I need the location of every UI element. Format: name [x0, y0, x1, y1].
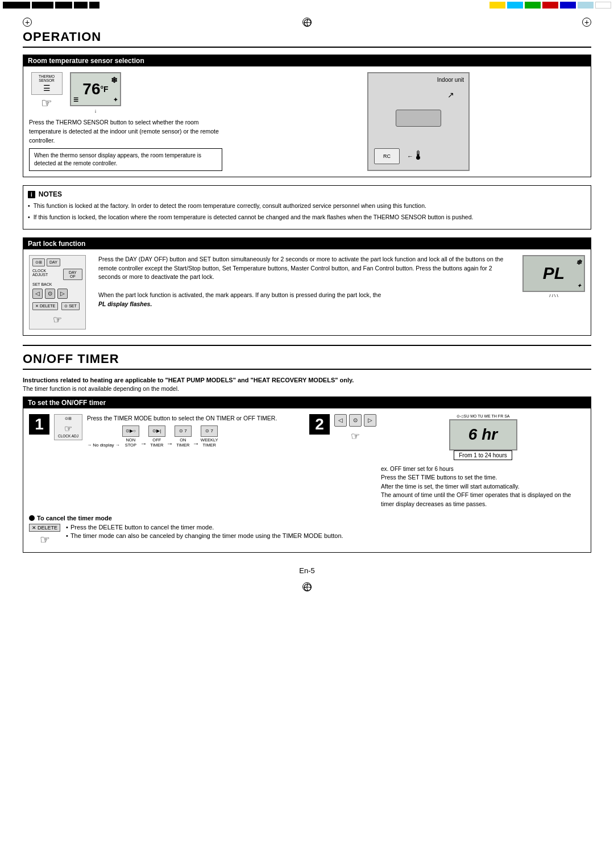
reg-mark-right	[582, 18, 591, 27]
note-bullet-2: •	[28, 213, 30, 222]
remote-icon: ☰	[43, 84, 51, 93]
seq-text-non: NONSTOP	[125, 437, 136, 448]
delete-x-icon-2: ✕	[32, 525, 36, 531]
cancel-hand-icon: ☞	[40, 533, 50, 546]
step-2-box: 2 ◁ ⊙ ▷ ☞	[309, 414, 585, 509]
indoor-unit-box	[396, 110, 441, 127]
delete-x-icon: ✕	[35, 304, 39, 308]
color-block-red	[542, 2, 558, 9]
rc-btn-circle: ⊙⊞	[32, 258, 45, 266]
black-color-blocks	[0, 0, 307, 10]
operation-title: OPERATION	[23, 30, 591, 48]
crosshair-icon	[303, 18, 312, 27]
step-1-text-area: Press the TIMER MODE button to select th…	[87, 414, 277, 448]
rc-btn-delete[interactable]: ✕ DELETE	[32, 302, 58, 310]
rc-btn-right[interactable]: ▷	[57, 289, 68, 299]
temp-display-area: 76°F ❄ ✦ ☰ ↓	[70, 72, 121, 114]
to-set-timer-box: To set the ON/OFF timer 1 ⊙⊞ ☞ CLOCK ADJ	[23, 397, 591, 553]
seq-text-weekly: WEEKLYTIMER	[201, 437, 218, 448]
color-block-white	[595, 2, 611, 9]
nav-btn-circle[interactable]: ⊙	[349, 414, 362, 427]
rts-left-area: THERMOSENSOR ☰ ☞ 76°F ❄ ✦ ☰	[29, 72, 245, 171]
seq-disp-weekly: ⊙ 7	[201, 425, 218, 437]
nav-btn-right[interactable]: ▷	[364, 414, 376, 427]
rc-btn-day: DAY	[47, 258, 60, 266]
hand-icon-part-lock: ☞	[32, 314, 82, 326]
rc-btn-set[interactable]: ⊙ SET	[61, 302, 80, 310]
black-block-3	[55, 2, 72, 9]
indoor-unit-label: Indoor unit	[437, 77, 464, 83]
registration-marks-bottom	[23, 579, 591, 594]
note-text-1: This function is locked at the factory. …	[34, 202, 426, 211]
rc-btn-left[interactable]: ◁	[32, 289, 43, 299]
fan-icon-2: ✦	[577, 283, 582, 289]
snowflake-icon: ❄	[111, 76, 118, 85]
rc-small-box: RC	[374, 148, 400, 164]
sensor-note-text: When the thermo sensor display appears, …	[34, 152, 201, 166]
step-1-box: 1 ⊙⊞ ☞ CLOCK ADJ Press the TIMER MODE bu…	[29, 414, 305, 448]
cancel-text-1: Press the DELETE button to cancel the ti…	[70, 524, 214, 531]
black-block-2	[32, 2, 53, 9]
notes-title: NOTES	[39, 190, 62, 198]
rc-btn-circle-center[interactable]: ⊙	[45, 289, 55, 299]
step-1-number: 1	[29, 414, 49, 435]
note-bullet-1: •	[28, 202, 30, 211]
reg-mark-left	[23, 18, 32, 27]
thermometer-icon: 🌡	[412, 148, 425, 163]
rc-row-4: ◁ ⊙ ▷	[32, 289, 82, 299]
seq-text-off: OFFTIMER	[150, 437, 163, 448]
black-block-5	[89, 2, 99, 9]
cancel-item-2: • The timer mode can also be canceled by…	[66, 532, 343, 539]
thermo-sensor-label: THERMOSENSOR	[39, 74, 55, 82]
arrow-up-right: ↗	[447, 90, 454, 99]
nav-btn-left[interactable]: ◁	[334, 414, 347, 427]
six-hr-text: 6 hr	[468, 425, 497, 444]
seq-off-timer: ⊙▶| OFFTIMER	[148, 425, 165, 448]
step1-clock-label: CLOCK ADJ	[58, 434, 78, 438]
to-set-timer-content: 1 ⊙⊞ ☞ CLOCK ADJ Press the TIMER MODE bu…	[23, 408, 591, 552]
rc-set-back-label: SET BACK	[32, 282, 52, 286]
color-block-cyan	[507, 2, 523, 9]
sensor-note-box: When the thermo sensor display appears, …	[29, 148, 222, 171]
rts-body-text: Press the THERMO SENSOR button to select…	[29, 118, 222, 145]
cancel-delete-label: DELETE	[38, 525, 57, 531]
cancel-header: To cancel the timer mode	[29, 515, 585, 521]
section-divider	[23, 345, 591, 346]
cancel-title: To cancel the timer mode	[37, 515, 112, 521]
cancel-bullet	[29, 515, 35, 521]
degree-symbol: °F	[101, 85, 109, 94]
page-wrapper: OPERATION Room temperature sensor select…	[0, 10, 614, 611]
pl-display-text: PL display flashes.	[98, 301, 152, 307]
step-2-inner: ◁ ⊙ ▷ ☞ ⊙◁ SU MO TU WE TH FR SA	[334, 414, 585, 509]
color-block-yellow	[489, 2, 505, 9]
timer-section: ON/OFF TIMER Instructions related to hea…	[23, 352, 591, 553]
step2-hand-icon: ☞	[351, 430, 360, 443]
step1-timer-icon: ⊙⊞	[65, 416, 72, 421]
black-block-4	[74, 2, 88, 9]
auto-text: After the time is set, the timer will st…	[381, 482, 585, 491]
note-item-2: • If this function is locked, the locati…	[28, 213, 586, 222]
seq-disp-non: ⊙▶○	[122, 425, 139, 437]
fan-icon: ✦	[113, 97, 118, 103]
room-temp-sensor-header: Room temperature sensor selection	[23, 55, 591, 66]
pl-slash-marks: / / \ \	[522, 293, 585, 298]
cancel-delete-button[interactable]: ✕ DELETE	[29, 524, 60, 532]
delete-label: DELETE	[40, 304, 55, 308]
notes-box: i NOTES • This function is locked at the…	[23, 185, 591, 229]
seq-disp-on: ⊙ 7	[175, 425, 192, 437]
notes-icon: i	[28, 191, 35, 198]
note-item-1: • This function is locked at the factory…	[28, 202, 586, 211]
rts-diagrams: THERMOSENSOR ☰ ☞ 76°F ❄ ✦ ☰	[29, 72, 245, 114]
decrease-text: The amount of time until the OFF timer o…	[381, 491, 585, 509]
color-block-green	[525, 2, 541, 9]
part-lock-content: ⊙⊞ DAY CLOCK ADJUST DAY OF SET BACK	[23, 249, 591, 335]
cancel-bullet-2: •	[66, 532, 68, 539]
room-temp-sensor-content: THERMOSENSOR ☰ ☞ 76°F ❄ ✦ ☰	[23, 66, 591, 177]
seq-weekly-timer: ⊙ 7 WEEKLYTIMER	[201, 425, 218, 448]
cancel-text-2: The timer mode can also be canceled by c…	[70, 532, 343, 539]
remote-controller-small: RC	[374, 148, 400, 164]
snowflake-icon-2: ❄	[576, 258, 582, 266]
seq-arrow-2: →	[167, 440, 173, 448]
instructions-sub-text: The timer function is not available depe…	[23, 385, 591, 392]
operation-section: OPERATION Room temperature sensor select…	[23, 30, 591, 336]
